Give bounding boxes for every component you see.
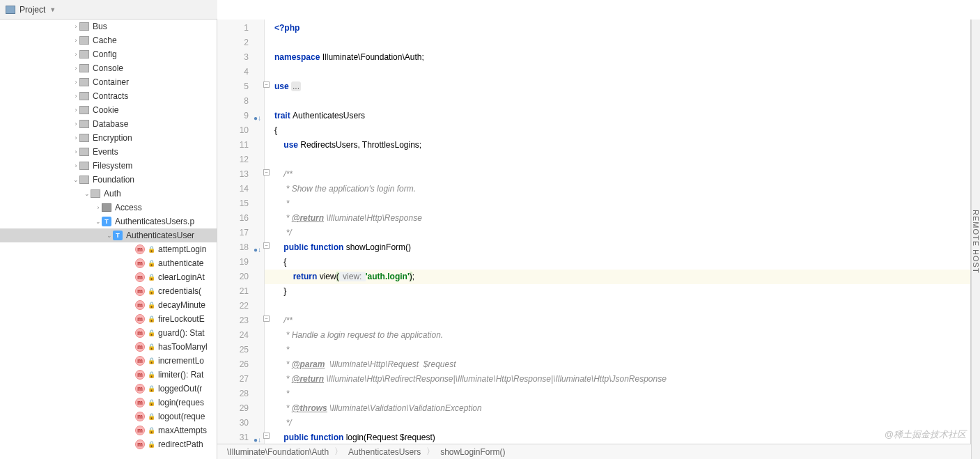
folder-icon xyxy=(91,189,100,198)
code-line xyxy=(274,36,970,50)
method-item[interactable]: m🔒incrementLo xyxy=(0,354,217,368)
chevron-right-icon: 〉 xyxy=(332,446,345,458)
folder-icon xyxy=(79,50,89,59)
folder-cache[interactable]: ›Cache xyxy=(0,33,217,47)
code-line: * @return \Illuminate\Http\RedirectRespo… xyxy=(274,372,970,387)
method-item[interactable]: m🔒authenticate xyxy=(0,256,217,270)
code-line: * @return \Illuminate\Http\Response xyxy=(274,211,970,226)
code-line: /** xyxy=(274,313,970,328)
lock-icon: 🔒 xyxy=(148,385,155,392)
method-icon: m xyxy=(135,356,145,366)
expand-arrow-icon: › xyxy=(72,79,79,86)
lock-icon: 🔒 xyxy=(148,413,155,420)
folder-contracts[interactable]: ›Contracts xyxy=(0,89,217,103)
project-label: Project xyxy=(20,5,45,15)
expand-arrow-icon: › xyxy=(72,93,79,100)
folder-foundation[interactable]: ⌄Foundation xyxy=(0,173,217,187)
method-item[interactable]: m🔒maxAttempts xyxy=(0,423,217,437)
method-icon: m xyxy=(135,384,145,394)
watermark-text: @稀土掘金技术社区 xyxy=(885,428,966,441)
expand-arrow-icon: › xyxy=(72,23,79,30)
method-item[interactable]: m🔒hasTooManyl xyxy=(0,340,217,354)
trait-authenticatesusers[interactable]: ⌄TAuthenticatesUser xyxy=(0,228,217,242)
project-tree-panel: ›Bus›Cache›Config›Console›Container›Cont… xyxy=(0,0,217,459)
code-line: namespace Illuminate\Foundation\Auth; xyxy=(274,50,970,65)
code-line: * @param \Illuminate\Http\Request $reque… xyxy=(274,357,970,372)
method-item[interactable]: m🔒redirectPath xyxy=(0,437,217,451)
code-line: { xyxy=(274,123,970,138)
breadcrumb[interactable]: \Illuminate\Foundation\Auth xyxy=(224,447,332,457)
method-item[interactable]: m🔒fireLockoutE xyxy=(0,312,217,326)
method-item[interactable]: m🔒guard(): Stat xyxy=(0,326,217,340)
expand-arrow-icon: › xyxy=(72,107,79,114)
code-line: */ xyxy=(274,416,970,430)
method-item[interactable]: m🔒logout(reque xyxy=(0,410,217,423)
code-line: use ... xyxy=(274,79,970,94)
editor-panel: 12345−89●↓10111213−1415161718●↓−19202122… xyxy=(217,0,980,459)
expand-arrow-icon: › xyxy=(72,65,79,72)
method-icon: m xyxy=(135,286,145,296)
expand-arrow-icon: › xyxy=(72,120,79,127)
folder-encryption[interactable]: ›Encryption xyxy=(0,131,217,145)
folder-console[interactable]: ›Console xyxy=(0,61,217,75)
expand-arrow-icon: › xyxy=(95,204,102,211)
method-item[interactable]: m🔒limiter(): Rat xyxy=(0,368,217,382)
folder-database[interactable]: ›Database xyxy=(0,117,217,131)
code-line: * xyxy=(274,343,970,357)
code-line: trait AuthenticatesUsers xyxy=(274,109,970,123)
code-line xyxy=(274,299,970,313)
breadcrumbs-bar: \Illuminate\Foundation\Auth 〉 Authentica… xyxy=(217,444,980,459)
expand-arrow-icon: ⌄ xyxy=(106,232,113,239)
expand-arrow-icon: › xyxy=(72,162,79,169)
method-item[interactable]: m🔒loggedOut(r xyxy=(0,382,217,396)
folder-filesystem[interactable]: ›Filesystem xyxy=(0,159,217,173)
method-item[interactable]: m🔒clearLoginAt xyxy=(0,270,217,284)
method-item[interactable]: m🔒login(reques xyxy=(0,396,217,410)
breadcrumb[interactable]: AuthenticatesUsers xyxy=(345,447,423,457)
override-icon[interactable]: ●↓ xyxy=(254,433,261,444)
expand-arrow-icon: › xyxy=(72,51,79,58)
method-icon: m xyxy=(135,300,145,310)
method-item[interactable]: m🔒attemptLogin xyxy=(0,242,217,256)
file-authenticatesusers[interactable]: ⌄TAuthenticatesUsers.p xyxy=(0,215,217,228)
lock-icon: 🔒 xyxy=(148,302,155,309)
folder-container[interactable]: ›Container xyxy=(0,75,217,89)
folder-auth[interactable]: ⌄Auth xyxy=(0,187,217,201)
code-line: /** xyxy=(274,167,970,182)
method-icon: m xyxy=(135,314,145,324)
method-icon: m xyxy=(135,258,145,268)
code-editor[interactable]: <?phpnamespace Illuminate\Foundation\Aut… xyxy=(265,20,970,444)
folder-icon xyxy=(79,64,89,72)
folder-cookie[interactable]: ›Cookie xyxy=(0,103,217,117)
expand-arrow-icon: ⌄ xyxy=(72,176,79,183)
method-icon: m xyxy=(135,370,145,380)
code-line: * xyxy=(274,196,970,211)
lock-icon: 🔒 xyxy=(148,399,155,406)
right-tool-window-bar[interactable]: REMOTE HOST xyxy=(971,20,980,459)
folder-bus[interactable]: ›Bus xyxy=(0,20,217,33)
folder-icon xyxy=(79,36,89,45)
breadcrumb[interactable]: showLoginForm() xyxy=(437,447,508,457)
code-line: * xyxy=(274,387,970,401)
lock-icon: 🔒 xyxy=(148,246,155,253)
method-icon: m xyxy=(135,272,145,282)
project-tool-button[interactable]: Project ▼ xyxy=(0,5,61,15)
lock-icon: 🔒 xyxy=(148,427,155,434)
lock-icon: 🔒 xyxy=(148,316,155,322)
lock-icon: 🔒 xyxy=(148,288,155,295)
folder-icon xyxy=(79,78,89,86)
code-line: public function login(Request $request) xyxy=(274,430,970,444)
method-icon: m xyxy=(135,342,145,352)
method-icon: m xyxy=(135,426,145,435)
folder-config[interactable]: ›Config xyxy=(0,47,217,61)
method-icon: m xyxy=(135,328,145,338)
folder-events[interactable]: ›Events xyxy=(0,145,217,159)
folder-icon xyxy=(79,92,89,100)
folder-icon xyxy=(79,162,89,170)
lock-icon: 🔒 xyxy=(148,260,155,267)
method-item[interactable]: m🔒credentials( xyxy=(0,284,217,298)
folder-access[interactable]: ›Access xyxy=(0,201,217,215)
method-item[interactable]: m🔒decayMinute xyxy=(0,298,217,312)
lock-icon: 🔒 xyxy=(148,274,155,281)
code-line: { xyxy=(274,255,970,270)
